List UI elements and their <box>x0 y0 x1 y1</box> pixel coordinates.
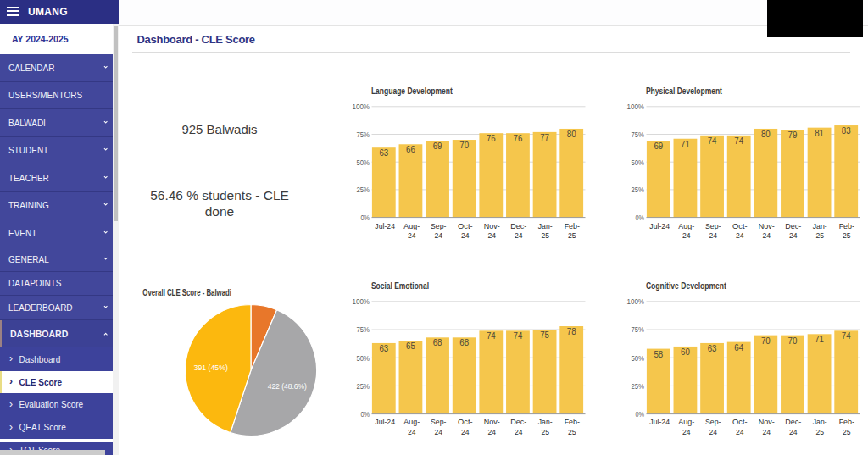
svg-text:Physical Development: Physical Development <box>646 86 722 96</box>
svg-text:80: 80 <box>567 130 576 139</box>
svg-text:Cognitive Development: Cognitive Development <box>646 280 726 291</box>
svg-text:65: 65 <box>406 341 415 351</box>
svg-text:77: 77 <box>540 133 549 142</box>
svg-text:25%: 25% <box>632 186 645 194</box>
svg-text:24: 24 <box>736 428 744 436</box>
svg-text:68: 68 <box>433 338 442 347</box>
svg-text:75%: 75% <box>632 130 645 139</box>
svg-text:24: 24 <box>762 231 771 240</box>
svg-text:76: 76 <box>487 134 496 143</box>
svg-text:25%: 25% <box>357 382 370 391</box>
svg-text:24: 24 <box>487 428 496 436</box>
svg-text:24: 24 <box>434 231 442 240</box>
svg-text:24: 24 <box>515 231 523 240</box>
svg-text:68: 68 <box>459 338 469 347</box>
svg-text:Dec-: Dec- <box>510 222 526 230</box>
svg-text:Jan-: Jan- <box>538 222 553 230</box>
svg-text:24: 24 <box>408 428 416 436</box>
svg-text:63: 63 <box>708 344 717 353</box>
svg-text:Sep-: Sep- <box>705 418 721 426</box>
svg-text:75%: 75% <box>632 325 645 334</box>
svg-text:24: 24 <box>461 428 470 436</box>
svg-text:24: 24 <box>515 428 523 436</box>
svg-text:81: 81 <box>815 129 824 138</box>
svg-text:24: 24 <box>709 428 717 436</box>
svg-text:24: 24 <box>434 428 442 436</box>
svg-text:0%: 0% <box>361 214 370 222</box>
svg-text:Nov-: Nov- <box>759 222 775 230</box>
svg-text:50%: 50% <box>357 354 370 363</box>
svg-text:74: 74 <box>734 136 743 146</box>
svg-text:24: 24 <box>736 231 744 240</box>
svg-text:0%: 0% <box>636 214 645 222</box>
svg-text:Nov-: Nov- <box>759 418 775 426</box>
svg-text:Aug-: Aug- <box>403 222 420 230</box>
svg-text:75%: 75% <box>357 325 370 334</box>
svg-text:71: 71 <box>815 335 824 344</box>
svg-text:50%: 50% <box>632 158 645 167</box>
svg-text:78: 78 <box>567 327 576 336</box>
svg-text:24: 24 <box>408 231 416 240</box>
svg-text:422 (48.6%): 422 (48.6%) <box>268 381 307 391</box>
svg-text:70: 70 <box>761 336 771 346</box>
svg-text:Oct-: Oct- <box>458 418 473 426</box>
svg-text:66: 66 <box>406 145 415 154</box>
svg-text:Overall CLE Score - Balwadi: Overall CLE Score - Balwadi <box>142 287 231 297</box>
svg-text:76: 76 <box>514 134 523 143</box>
svg-text:74: 74 <box>514 331 523 341</box>
svg-text:24: 24 <box>487 231 496 240</box>
svg-text:74: 74 <box>487 331 496 341</box>
svg-text:Oct-: Oct- <box>458 222 473 230</box>
svg-text:71: 71 <box>681 140 690 149</box>
svg-text:58: 58 <box>654 350 663 359</box>
svg-text:Sep-: Sep- <box>705 222 721 230</box>
svg-text:70: 70 <box>788 336 798 346</box>
svg-text:25: 25 <box>843 231 851 240</box>
svg-text:75: 75 <box>540 330 549 340</box>
svg-text:63: 63 <box>379 148 388 158</box>
svg-text:24: 24 <box>789 428 798 436</box>
svg-text:Dec-: Dec- <box>785 222 801 230</box>
svg-text:64: 64 <box>734 343 743 352</box>
svg-text:24: 24 <box>762 428 771 436</box>
svg-text:Dec-: Dec- <box>510 418 526 426</box>
svg-text:100%: 100% <box>353 103 370 111</box>
svg-text:83: 83 <box>842 126 851 136</box>
svg-text:25: 25 <box>541 428 549 436</box>
svg-text:25: 25 <box>815 231 824 240</box>
svg-text:25: 25 <box>541 231 549 240</box>
svg-text:Jul-24: Jul-24 <box>649 222 670 230</box>
svg-text:Oct-: Oct- <box>732 222 748 230</box>
svg-text:24: 24 <box>709 231 717 240</box>
svg-text:Social Emotional: Social Emotional <box>371 280 429 291</box>
svg-text:Feb-: Feb- <box>839 418 854 426</box>
svg-text:24: 24 <box>461 231 470 240</box>
svg-text:Feb-: Feb- <box>565 418 580 426</box>
svg-text:Sep-: Sep- <box>431 418 446 426</box>
svg-text:24: 24 <box>682 231 691 240</box>
svg-text:69: 69 <box>433 141 442 151</box>
svg-text:100%: 100% <box>353 297 370 306</box>
svg-text:24: 24 <box>682 428 691 436</box>
svg-text:50%: 50% <box>632 354 645 363</box>
svg-text:Aug-: Aug- <box>678 222 694 230</box>
svg-text:25: 25 <box>815 428 824 436</box>
svg-text:24: 24 <box>789 231 798 240</box>
svg-text:75%: 75% <box>357 130 370 139</box>
svg-text:Aug-: Aug- <box>678 418 694 426</box>
svg-text:Jan-: Jan- <box>538 418 553 426</box>
svg-text:Jul-24: Jul-24 <box>375 222 395 230</box>
svg-text:25: 25 <box>843 428 851 436</box>
svg-text:Oct-: Oct- <box>732 418 748 426</box>
svg-text:100%: 100% <box>627 297 645 306</box>
svg-text:60: 60 <box>681 347 690 357</box>
svg-text:Nov-: Nov- <box>484 222 500 230</box>
svg-text:74: 74 <box>842 331 851 341</box>
svg-text:Dec-: Dec- <box>785 418 801 426</box>
svg-text:Jan-: Jan- <box>813 418 827 426</box>
svg-text:Feb-: Feb- <box>565 222 580 230</box>
svg-text:Sep-: Sep- <box>431 222 446 230</box>
svg-text:63: 63 <box>379 344 388 353</box>
svg-text:100%: 100% <box>627 103 645 111</box>
svg-text:Language Development: Language Development <box>371 86 453 96</box>
